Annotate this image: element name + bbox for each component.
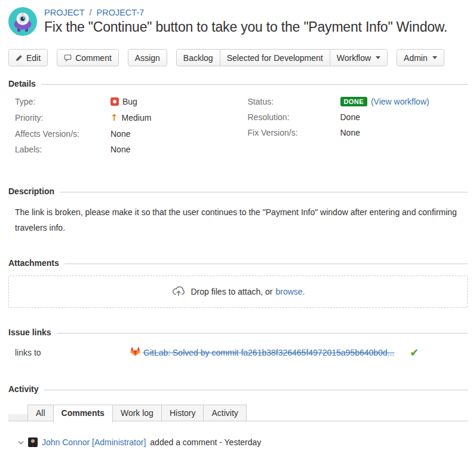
resolution-label: Resolution: (248, 112, 340, 122)
section-rule (44, 390, 468, 390)
attachment-dropzone[interactable]: Drop files to attach, or browse. (8, 276, 468, 308)
pencil-icon (16, 54, 23, 62)
green-check-icon: ✔ (410, 347, 419, 358)
description-heading: Description (8, 186, 468, 196)
type-value: Bug (110, 97, 137, 106)
affects-version-row: Affects Version/s: None (15, 129, 229, 139)
browse-link[interactable]: browse. (275, 287, 305, 296)
edit-button[interactable]: Edit (8, 49, 48, 66)
gitlab-icon (130, 347, 140, 358)
details-left-column: Type: Bug Priority: ↑ Medium Affects Ver… (8, 97, 229, 160)
status-label: Status: (248, 97, 340, 106)
admin-dropdown-button[interactable]: Admin (397, 49, 444, 66)
type-row: Type: Bug (15, 97, 229, 106)
attachments-section: Attachments Drop files to attach, or bro… (8, 258, 468, 308)
attachments-heading-label: Attachments (8, 258, 59, 268)
tab-work-log[interactable]: Work log (112, 405, 162, 421)
details-right-column: Status: DONE (View workflow) Resolution:… (248, 97, 468, 160)
labels-row: Labels: None (15, 145, 229, 154)
backlog-button-label: Backlog (183, 53, 213, 63)
issue-header: PROJECT / PROJECT-7 Fix the "Continue" b… (8, 7, 468, 36)
status-value: DONE (View workflow) (340, 97, 429, 106)
type-label: Type: (15, 97, 110, 106)
affects-version-value: None (110, 129, 130, 139)
labels-label: Labels: (15, 145, 110, 154)
header-text: PROJECT / PROJECT-7 Fix the "Continue" b… (44, 7, 447, 35)
selected-for-development-button[interactable]: Selected for Development (220, 49, 330, 66)
page-title: Fix the "Continue" button to take you to… (44, 19, 447, 35)
assign-button-label: Assign (135, 53, 160, 63)
details-heading-label: Details (8, 79, 36, 88)
tab-comments[interactable]: Comments (53, 405, 113, 423)
status-row: Status: DONE (View workflow) (248, 97, 468, 106)
fix-version-label: Fix Version/s: (248, 128, 340, 137)
affects-version-label: Affects Version/s: (15, 129, 110, 139)
workflow-button-label: Workflow (337, 53, 371, 63)
backlog-button[interactable]: Backlog (176, 49, 220, 66)
assign-button[interactable]: Assign (128, 49, 167, 66)
breadcrumb-separator: / (89, 8, 91, 17)
view-workflow-link[interactable]: (View workflow) (371, 97, 429, 106)
status-badge: DONE (340, 97, 367, 106)
breadcrumb-project-link[interactable]: PROJECT (44, 8, 84, 17)
comment-block: John Connor [Administrator] added a comm… (8, 437, 468, 456)
activity-tabs: All Comments Work log History Activity (8, 405, 468, 421)
priority-row: Priority: ↑ Medium (15, 112, 229, 123)
resolution-row: Resolution: Done (248, 112, 468, 122)
comment-button[interactable]: Comment (57, 49, 119, 66)
gitlab-commit-link[interactable]: GitLab: Solved by commit fa261b38f326465… (143, 348, 394, 357)
details-heading: Details (8, 79, 468, 88)
edit-button-label: Edit (26, 53, 41, 63)
section-rule (57, 333, 468, 333)
priority-value-text: Medium (122, 113, 152, 123)
selected-for-development-label: Selected for Development (227, 53, 323, 63)
gitlab-link-wrapper: GitLab: Solved by commit fa261b38f326465… (130, 347, 394, 358)
cloud-upload-icon (171, 284, 186, 299)
labels-value: None (110, 145, 130, 154)
tab-history[interactable]: History (161, 405, 204, 421)
chevron-down-icon[interactable] (18, 440, 24, 445)
breadcrumb-issue-link[interactable]: PROJECT-7 (97, 8, 145, 17)
section-rule (60, 192, 468, 192)
fix-version-row: Fix Version/s: None (248, 128, 468, 137)
type-value-text: Bug (122, 97, 137, 106)
tab-all[interactable]: All (27, 405, 54, 421)
activity-section: Activity All Comments Work log History A… (8, 384, 468, 456)
admin-button-label: Admin (404, 53, 428, 63)
fix-version-value: None (340, 128, 360, 137)
issue-links-heading: Issue links (8, 328, 468, 337)
issue-link-row: links to GitLab: Solved by commit fa261b… (8, 347, 468, 358)
project-avatar-icon (8, 7, 37, 36)
comment-meta: added a comment - Yesterday (150, 437, 261, 447)
activity-heading: Activity (8, 384, 468, 394)
priority-value: ↑ Medium (110, 112, 151, 123)
section-rule (65, 264, 468, 264)
caret-down-icon (376, 56, 380, 59)
drop-files-text: Drop files to attach, or (191, 287, 273, 296)
user-avatar (28, 437, 38, 447)
details-section: Details Type: Bug Priority: ↑ Medium (8, 79, 468, 160)
comment-author-link[interactable]: John Connor [Administrator] (42, 437, 146, 447)
issue-links-heading-label: Issue links (8, 328, 51, 337)
speech-bubble-icon (64, 54, 72, 62)
comment-header: John Connor [Administrator] added a comm… (18, 437, 468, 447)
issue-links-section: Issue links links to GitLab: So (8, 328, 468, 358)
workflow-button-group: Backlog Selected for Development Workflo… (176, 49, 388, 66)
tab-strip-lead (8, 414, 28, 421)
workflow-dropdown-button[interactable]: Workflow (330, 49, 388, 66)
tab-activity[interactable]: Activity (203, 405, 246, 421)
activity-heading-label: Activity (8, 384, 39, 394)
comment-button-label: Comment (75, 53, 112, 63)
link-relation-label: links to (15, 348, 130, 357)
caret-down-icon (432, 56, 437, 59)
attachments-heading: Attachments (8, 258, 468, 268)
description-text: The link is broken, please make it so th… (15, 204, 463, 235)
section-rule (41, 84, 468, 85)
arrow-up-icon: ↑ (110, 112, 118, 123)
breadcrumb: PROJECT / PROJECT-7 (44, 8, 447, 17)
issue-page: PROJECT / PROJECT-7 Fix the "Continue" b… (0, 0, 476, 456)
issue-toolbar: Edit Comment Assign Backlog Selected for… (8, 49, 468, 66)
description-section: Description The link is broken, please m… (8, 186, 468, 235)
description-heading-label: Description (8, 186, 54, 196)
bug-icon (110, 97, 119, 106)
